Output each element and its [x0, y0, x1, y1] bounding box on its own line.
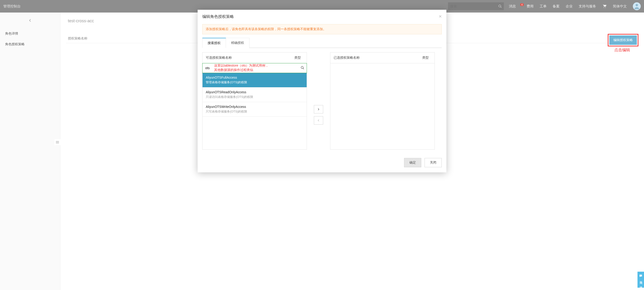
available-header-name: 可选授权策略名称	[206, 56, 292, 60]
move-left-button[interactable]	[314, 116, 323, 125]
modal-title: 编辑角色授权策略	[202, 14, 234, 19]
modal-mask: 编辑角色授权策略 × 添加授权策略后，该角色即具有该条策略的权限，同一条授权策略…	[0, 0, 644, 290]
policy-desc: 只读访问表格存储服务(OTS)的权限	[206, 95, 304, 99]
cancel-button[interactable]: 关闭	[424, 158, 442, 167]
tab-exact-auth[interactable]: 精确授权	[226, 38, 250, 48]
policy-desc: 只写表格存储服务(OTS)的权限	[206, 110, 304, 114]
selected-policies-box: 已选授权策略名称 类型	[330, 52, 435, 150]
policy-name: AliyunOTSWriteOnlyAccess	[206, 105, 304, 109]
dual-list: 可选授权策略名称 类型 这里以tablestore（ots）为测试用例， 其他数…	[202, 52, 442, 150]
feedback-label: 咨询·建议	[639, 279, 643, 285]
modal-alert: 添加授权策略后，该角色即具有该条策略的权限，同一条授权策略不能被重复添加。	[202, 24, 442, 34]
ok-button[interactable]: 确定	[404, 158, 421, 167]
policy-item[interactable]: AliyunOTSFullAccess 管理表格存储服务(OTS)的权限	[202, 73, 307, 87]
selected-policy-list	[330, 63, 434, 149]
edit-role-policy-modal: 编辑角色授权策略 × 添加授权策略后，该角色即具有该条策略的权限，同一条授权策略…	[198, 10, 446, 172]
selected-header-name: 已选授权策略名称	[334, 56, 420, 60]
policy-name: AliyunOTSReadOnlyAccess	[206, 90, 304, 94]
policy-search-input[interactable]	[202, 63, 298, 73]
modal-body: 添加授权策略后，该角色即具有该条策略的权限，同一条授权策略不能被重复添加。 搜索…	[198, 24, 446, 154]
feedback-tab[interactable]: 咨询·建议	[638, 272, 644, 288]
policy-desc: 管理表格存储服务(OTS)的权限	[206, 80, 304, 84]
transfer-arrows	[312, 52, 326, 150]
selected-header-type: 类型	[420, 56, 431, 60]
close-icon[interactable]: ×	[439, 13, 442, 19]
move-right-button[interactable]	[314, 105, 323, 114]
selected-header: 已选授权策略名称 类型	[330, 52, 434, 63]
svg-line-9	[303, 68, 304, 69]
modal-footer: 确定 关闭	[198, 154, 446, 172]
available-policy-list: AliyunOTSFullAccess 管理表格存储服务(OTS)的权限 Ali…	[202, 73, 307, 149]
modal-tabs: 搜索授权 精确授权	[202, 38, 442, 48]
policy-search-row: 这里以tablestore（ots）为测试用例， 其他数据源的操作过程类似	[202, 63, 307, 73]
available-header: 可选授权策略名称 类型	[202, 52, 307, 63]
available-header-type: 类型	[292, 56, 304, 60]
policy-name: AliyunOTSFullAccess	[206, 76, 304, 79]
policy-item[interactable]: AliyunOTSWriteOnlyAccess 只写表格存储服务(OTS)的权…	[202, 102, 307, 117]
modal-header: 编辑角色授权策略 ×	[198, 10, 446, 23]
available-policies-box: 可选授权策略名称 类型 这里以tablestore（ots）为测试用例， 其他数…	[202, 52, 307, 150]
tab-search-auth[interactable]: 搜索授权	[202, 38, 226, 48]
search-icon[interactable]	[298, 66, 307, 70]
svg-point-8	[301, 66, 303, 68]
policy-item[interactable]: AliyunOTSReadOnlyAccess 只读访问表格存储服务(OTS)的…	[202, 87, 307, 102]
